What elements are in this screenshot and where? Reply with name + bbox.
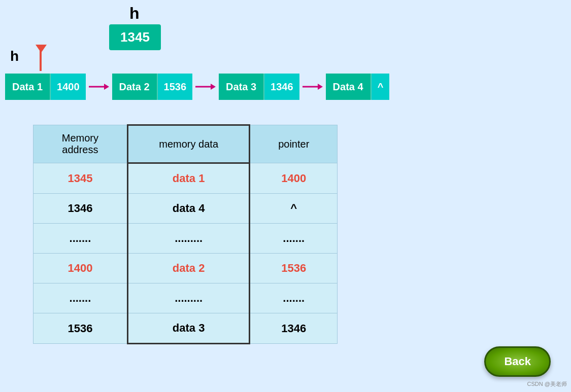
svg-marker-3 <box>211 84 216 90</box>
table-row-data-4: ......... <box>127 283 250 313</box>
h-top-label: h <box>129 4 140 23</box>
col-header-pointer: pointer <box>250 125 338 163</box>
back-button[interactable]: Back <box>484 346 551 377</box>
table-row-addr-3: 1400 <box>33 254 128 283</box>
table-row-addr-0: 1345 <box>33 163 128 194</box>
linked-list-row: Data 1 1400 Data 2 1536 Data 3 1346 Data… <box>5 74 389 100</box>
node-3-ptr: 1346 <box>264 74 299 100</box>
node-3-data: Data 3 <box>219 74 264 100</box>
node-2: Data 2 1536 <box>112 74 193 100</box>
memory-table: Memoryaddress memory data pointer 1345da… <box>33 124 338 344</box>
svg-marker-5 <box>318 84 323 90</box>
table-row-addr-1: 1346 <box>33 194 128 224</box>
node-4-ptr: ^ <box>372 74 390 100</box>
node-2-data: Data 2 <box>112 74 158 100</box>
table-row-data-0: data 1 <box>127 163 250 194</box>
node-1-data: Data 1 <box>5 74 51 100</box>
watermark: CSDN @美老师 <box>527 380 567 388</box>
table-row-addr-5: 1536 <box>33 313 128 344</box>
table-row-data-2: ......... <box>127 224 250 254</box>
h-left-label: h <box>10 48 19 64</box>
table-row-ptr-4: ....... <box>250 283 338 313</box>
head-value-box: 1345 <box>109 24 161 50</box>
table-row-data-1: data 4 <box>127 194 250 224</box>
table-row-addr-4: ....... <box>33 283 128 313</box>
table-row-ptr-3: 1536 <box>250 254 338 283</box>
node-3: Data 3 1346 <box>219 74 299 100</box>
table-row-ptr-1: ^ <box>250 194 338 224</box>
table-row-data-3: data 2 <box>127 254 250 283</box>
col-header-data: memory data <box>127 125 250 163</box>
arrow-1 <box>86 82 112 92</box>
arrow-3 <box>299 82 326 92</box>
node-1: Data 1 1400 <box>5 74 86 100</box>
table-row-ptr-0: 1400 <box>250 163 338 194</box>
arrow-2 <box>192 82 219 92</box>
node-4: Data 4 ^ <box>326 74 390 100</box>
node-1-ptr: 1400 <box>51 74 86 100</box>
svg-marker-1 <box>104 84 109 90</box>
node-2-ptr: 1536 <box>158 74 193 100</box>
table-row-addr-2: ....... <box>33 224 128 254</box>
table-row-data-5: data 3 <box>127 313 250 344</box>
table-row-ptr-2: ....... <box>250 224 338 254</box>
col-header-address: Memoryaddress <box>33 125 128 163</box>
table-row-ptr-5: 1346 <box>250 313 338 344</box>
node-4-data: Data 4 <box>326 74 372 100</box>
